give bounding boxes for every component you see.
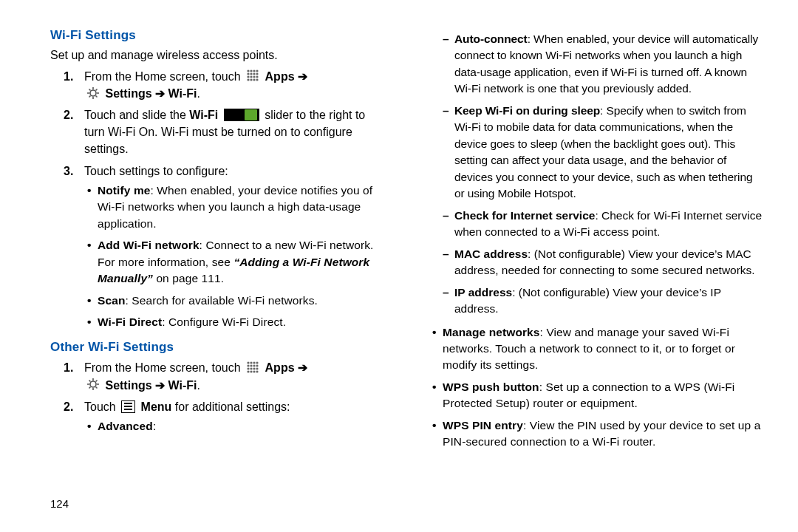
svg-point-2 [250, 70, 252, 72]
opt-keep-wifi-sleep: Keep Wi-Fi on during sleep: Specify when… [454, 103, 765, 202]
opt-notify-me: Notify me: When enabled, your device not… [98, 183, 388, 232]
wifi-steps: From the Home screen, touch Apps [50, 68, 388, 336]
svg-point-20 [253, 362, 255, 364]
svg-point-4 [256, 70, 258, 72]
ostep1-text: From the Home screen, touch [84, 361, 244, 374]
advanced-title: Advanced [98, 420, 153, 432]
svg-point-13 [247, 79, 249, 81]
step-2: Touch and slide the Wi-Fi ON slider to t… [84, 106, 388, 158]
add-title: Add Wi-Fi network [98, 239, 200, 251]
svg-point-1 [247, 70, 249, 72]
scan-title: Scan [98, 294, 125, 307]
right-column: Auto-connect: When enabled, your device … [428, 28, 765, 510]
mac-t: MAC address [454, 248, 528, 260]
svg-point-9 [247, 76, 249, 78]
menu-label: Menu [141, 400, 172, 413]
svg-point-18 [247, 362, 249, 364]
svg-point-26 [247, 368, 249, 370]
advanced-colon: : [153, 420, 156, 432]
mng-t: Manage networks [443, 326, 540, 338]
opt-check-internet: Check for Internet service: Check for Wi… [454, 208, 765, 241]
step-3: Touch settings to configure: Notify me: … [84, 163, 388, 331]
other-steps: From the Home screen, touch Apps [50, 359, 388, 440]
svg-point-34 [90, 381, 96, 387]
step3-text: Touch settings to configure: [84, 165, 228, 177]
svg-point-11 [253, 76, 255, 78]
svg-point-21 [256, 362, 258, 364]
wifi-label: Wi-Fi [168, 87, 197, 100]
step2-a: Touch and slide the [84, 109, 189, 121]
svg-point-14 [250, 79, 252, 81]
opt-add-wifi: Add Wi-Fi network: Connect to a new Wi-F… [98, 237, 388, 287]
apps-label: Apps [265, 70, 295, 83]
check-t: Check for Internet service [454, 209, 595, 222]
svg-point-6 [250, 73, 252, 75]
wifi-switch-icon: ON [224, 109, 259, 121]
wifi-label: Wi-Fi [168, 379, 197, 392]
add-ref-pg: on page 111. [153, 272, 224, 284]
wifi-intro: Set up and manage wireless access points… [50, 47, 388, 64]
other-bullets: Advanced: [84, 418, 388, 434]
other-step-2: Touch Menu for additional settings: Adva… [84, 398, 388, 435]
svg-point-29 [256, 368, 258, 370]
step-1: From the Home screen, touch Apps [84, 68, 388, 102]
step2-wifi: Wi-Fi [189, 109, 218, 121]
opt-scan: Scan: Search for available Wi-Fi network… [98, 293, 388, 309]
step1-text: From the Home screen, touch [84, 70, 244, 83]
svg-point-23 [250, 365, 252, 367]
settings-label: Settings [105, 379, 151, 392]
menu-icon [121, 400, 135, 413]
wfd-body: : Configure Wi-Fi Direct. [162, 316, 286, 328]
heading-wifi-settings: Wi-Fi Settings [50, 28, 388, 43]
right-bullets: Manage networks: View and manage your sa… [428, 324, 765, 456]
wps-t: WPS push button [443, 381, 539, 393]
scan-body: : Search for available Wi-Fi networks. [125, 294, 318, 307]
svg-point-22 [247, 365, 249, 367]
arrow-icon [152, 87, 165, 100]
opt-mac-address: MAC address: (Not configurable) View you… [454, 246, 765, 279]
arrow-icon [295, 361, 307, 374]
keep-t: Keep Wi-Fi on during sleep [454, 104, 600, 117]
ostep2-a: Touch [84, 400, 119, 413]
arrow-icon [152, 379, 165, 392]
keep-b: : Specify when to switch from Wi-Fi to m… [454, 104, 752, 200]
opt-manage-networks: Manage networks: View and manage your sa… [443, 324, 765, 374]
svg-point-31 [250, 371, 252, 373]
svg-point-17 [90, 90, 96, 96]
apps-icon [246, 69, 259, 82]
other-step-1: From the Home screen, touch Apps [84, 359, 388, 393]
gear-icon [86, 378, 100, 391]
opt-ip-address: IP address: (Not configurable) View your… [454, 284, 765, 318]
svg-point-27 [250, 368, 252, 370]
gear-icon [86, 86, 100, 100]
svg-point-3 [253, 70, 255, 72]
svg-point-25 [256, 365, 258, 367]
ostep2-b: for additional settings: [175, 400, 290, 413]
wfd-title: Wi-Fi Direct [98, 316, 162, 328]
svg-point-10 [250, 76, 252, 78]
svg-point-30 [247, 371, 249, 373]
step3-bullets: Notify me: When enabled, your device not… [84, 183, 388, 331]
apps-label: Apps [265, 361, 295, 374]
svg-point-12 [256, 76, 258, 78]
arrow-icon [295, 70, 307, 83]
opt-advanced: Advanced: [98, 418, 388, 434]
manual-page: Wi-Fi Settings Set up and manage wireles… [0, 0, 798, 532]
svg-point-33 [256, 371, 258, 373]
apps-icon [246, 361, 259, 374]
svg-point-16 [256, 79, 258, 81]
opt-wps-pin: WPS PIN entry: View the PIN used by your… [443, 417, 765, 451]
opt-wifi-direct: Wi-Fi Direct: Configure Wi-Fi Direct. [98, 314, 388, 330]
left-column: Wi-Fi Settings Set up and manage wireles… [50, 28, 388, 510]
svg-point-32 [253, 371, 255, 373]
svg-point-15 [253, 79, 255, 81]
auto-t: Auto-connect [454, 33, 528, 45]
svg-point-8 [256, 73, 258, 75]
svg-point-24 [253, 365, 255, 367]
svg-point-28 [253, 368, 255, 370]
svg-point-19 [250, 362, 252, 364]
svg-point-7 [253, 73, 255, 75]
settings-label: Settings [105, 87, 151, 100]
advanced-dashes: Auto-connect: When enabled, your device … [428, 31, 765, 323]
page-number: 124 [50, 480, 388, 510]
